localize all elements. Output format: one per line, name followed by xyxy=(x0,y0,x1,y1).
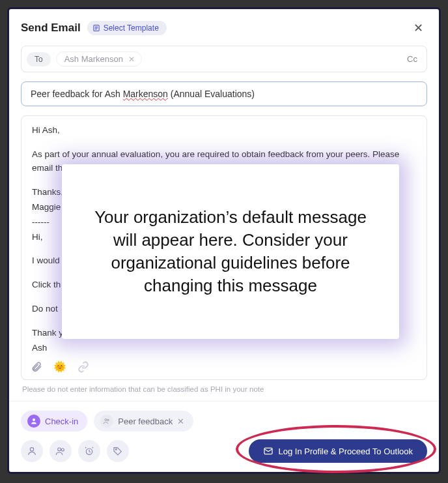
checkin-tag[interactable]: Check-in xyxy=(21,411,87,432)
body-greeting: Hi Ash, xyxy=(32,124,416,138)
remove-peer-tag-button[interactable]: ✕ xyxy=(177,417,184,426)
body-close2: Ash xyxy=(32,342,416,355)
recipient-name: Ash Markenson xyxy=(64,54,123,64)
people-icon xyxy=(100,415,113,428)
users-icon xyxy=(55,446,66,456)
clock-icon xyxy=(84,446,94,456)
to-field[interactable]: To Ash Markenson ✕ Cc xyxy=(21,46,427,72)
svg-point-4 xyxy=(33,418,35,421)
svg-point-7 xyxy=(30,448,33,451)
phi-disclaimer: Please do not enter information that can… xyxy=(22,385,426,393)
send-email-modal: Send Email Select Template ✕ To Ash Mark… xyxy=(7,7,441,474)
paperclip-icon xyxy=(31,361,42,373)
email-body-editor[interactable]: Hi Ash, As part of your annual evaluatio… xyxy=(21,115,427,380)
sun-icon: 🌞 xyxy=(53,359,66,375)
checkin-label: Check-in xyxy=(45,417,78,426)
svg-point-11 xyxy=(115,448,117,450)
subject-input[interactable]: Peer feedback for Ash Markenson (Annual … xyxy=(21,81,427,106)
subject-pre: Peer feedback for Ash xyxy=(31,89,123,99)
select-template-button[interactable]: Select Template xyxy=(87,21,167,35)
select-template-label: Select Template xyxy=(104,23,159,33)
divider xyxy=(9,401,439,402)
svg-point-8 xyxy=(58,448,61,451)
overlay-message: Your organization’s default message will… xyxy=(62,164,399,339)
insert-link-button[interactable] xyxy=(77,361,89,373)
envelope-icon xyxy=(263,446,273,456)
attach-file-button[interactable] xyxy=(31,361,42,373)
svg-point-6 xyxy=(107,419,109,421)
link-icon xyxy=(77,361,89,373)
svg-point-5 xyxy=(105,419,107,421)
reminder-action-button[interactable] xyxy=(78,440,100,462)
subject-post: (Annual Evaluations) xyxy=(168,89,255,99)
emoji-button[interactable]: 🌞 xyxy=(54,361,66,373)
header-row: Send Email Select Template ✕ xyxy=(21,20,427,37)
close-icon: ✕ xyxy=(413,22,423,35)
person-action-button[interactable] xyxy=(21,440,43,462)
template-icon xyxy=(92,24,100,32)
tag-icon xyxy=(113,446,123,456)
person-icon xyxy=(27,415,40,428)
people-action-button[interactable] xyxy=(49,440,72,462)
proceed-label: Log In Profile & Proceed To Outlook xyxy=(279,446,413,456)
modal-title: Send Email xyxy=(21,22,81,35)
attachment-toolbar: 🌞 xyxy=(31,361,89,373)
peer-feedback-tag[interactable]: Peer feedback ✕ xyxy=(94,411,193,432)
subject-spellcheck: Markenson xyxy=(123,89,168,99)
recipient-chip[interactable]: Ash Markenson ✕ xyxy=(56,51,142,66)
proceed-to-outlook-button[interactable]: Log In Profile & Proceed To Outlook xyxy=(249,439,427,463)
user-icon xyxy=(27,446,37,456)
cc-button[interactable]: Cc xyxy=(407,54,417,64)
svg-point-9 xyxy=(61,448,64,451)
footer-row: Log In Profile & Proceed To Outlook xyxy=(21,439,427,463)
close-button[interactable]: ✕ xyxy=(410,20,427,37)
tag-action-button[interactable] xyxy=(107,440,129,462)
remove-recipient-button[interactable]: ✕ xyxy=(128,55,135,64)
tag-row: Check-in Peer feedback ✕ xyxy=(21,411,427,432)
peer-label: Peer feedback xyxy=(118,417,173,426)
to-label: To xyxy=(27,52,51,66)
